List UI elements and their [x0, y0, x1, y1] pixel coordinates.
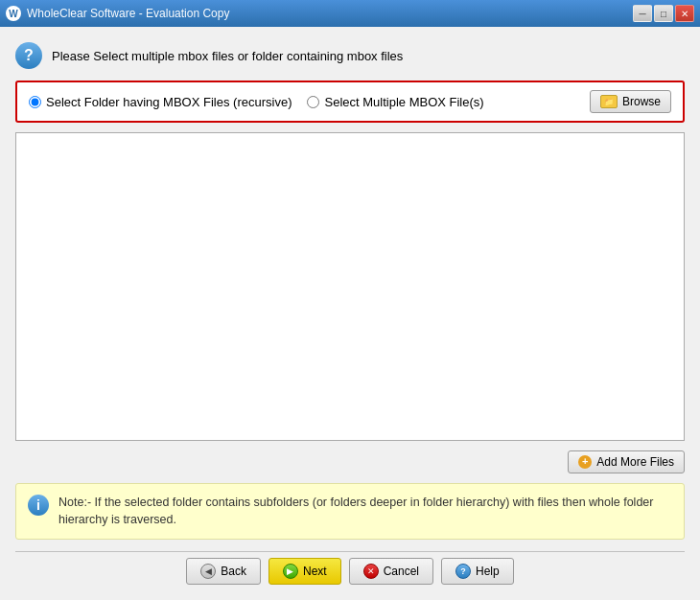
header-row: ? Please Select multiple mbox files or f… [15, 40, 685, 71]
maximize-button[interactable]: □ [654, 5, 673, 22]
browse-button-label: Browse [622, 95, 661, 108]
note-box: i Note:- If the selected folder contains… [15, 483, 685, 541]
cancel-icon: ✕ [363, 564, 379, 579]
note-text: Note:- If the selected folder contains s… [58, 494, 672, 530]
add-more-files-label: Add More Files [596, 455, 674, 469]
title-bar: W WholeClear Software - Evaluation Copy … [0, 0, 700, 27]
back-button[interactable]: ◀ Back [186, 558, 261, 585]
next-button[interactable]: ▶ Next [268, 558, 341, 585]
radio-folder[interactable] [29, 96, 41, 108]
browse-folder-icon: 📁 [600, 95, 618, 108]
app-icon: W [6, 6, 21, 21]
main-content: ? Please Select multiple mbox files or f… [0, 27, 700, 600]
browse-button[interactable]: 📁 Browse [590, 90, 671, 113]
radio-files-label: Select Multiple MBOX File(s) [324, 95, 483, 109]
note-info-icon: i [28, 495, 49, 516]
add-more-files-button[interactable]: + Add More Files [568, 450, 685, 473]
close-button[interactable]: ✕ [675, 5, 694, 22]
file-list-area [15, 132, 685, 441]
radio-option-folder[interactable]: Select Folder having MBOX Files (recursi… [29, 95, 292, 109]
back-label: Back [221, 565, 246, 578]
help-icon: ? [455, 564, 471, 579]
header-info-icon: ? [15, 42, 42, 69]
cancel-button[interactable]: ✕ Cancel [349, 558, 433, 585]
title-bar-controls: ─ □ ✕ [633, 5, 694, 22]
selection-box: Select Folder having MBOX Files (recursi… [15, 81, 685, 123]
help-label: Help [476, 565, 500, 578]
header-text: Please Select multiple mbox files or fol… [52, 49, 403, 63]
radio-folder-label: Select Folder having MBOX Files (recursi… [46, 95, 292, 109]
back-icon: ◀ [200, 564, 216, 579]
add-icon: + [578, 455, 592, 469]
next-icon: ▶ [283, 564, 298, 579]
add-files-row: + Add More Files [15, 450, 685, 473]
next-label: Next [303, 565, 327, 578]
minimize-button[interactable]: ─ [633, 5, 652, 22]
title-bar-left: W WholeClear Software - Evaluation Copy [6, 6, 229, 21]
cancel-label: Cancel [384, 565, 419, 578]
title-bar-text: WholeClear Software - Evaluation Copy [27, 7, 229, 20]
help-button[interactable]: ? Help [441, 558, 514, 585]
radio-option-files[interactable]: Select Multiple MBOX File(s) [307, 95, 483, 109]
bottom-bar: ◀ Back ▶ Next ✕ Cancel ? Help [15, 551, 685, 587]
radio-files[interactable] [307, 96, 319, 108]
